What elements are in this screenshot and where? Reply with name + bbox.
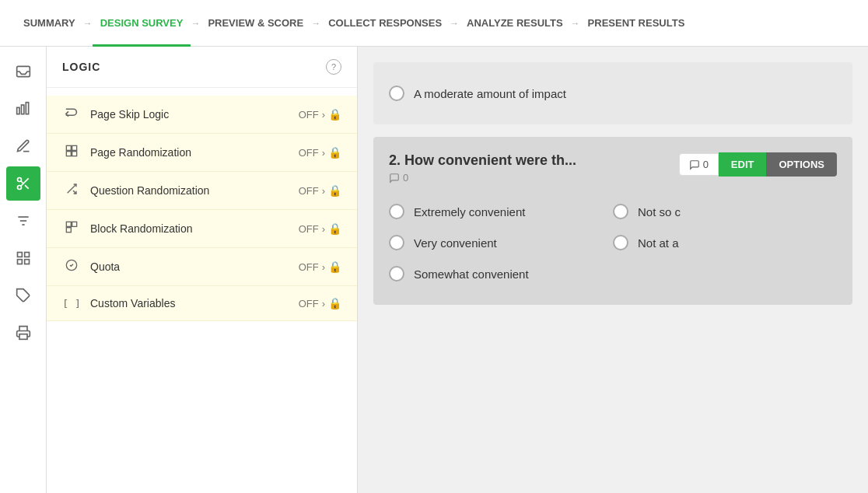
option-not-at: Not at a	[613, 227, 837, 258]
nav-summary[interactable]: SUMMARY	[16, 0, 83, 47]
page-random-icon	[62, 145, 81, 160]
svg-line-7	[25, 185, 29, 189]
radio-not-so[interactable]	[613, 204, 628, 219]
block-random-icon	[62, 221, 81, 236]
somewhat-convenient-text: Somewhat convenient	[414, 267, 529, 281]
nav-present-results[interactable]: PRESENT RESULTS	[580, 0, 693, 47]
svg-point-5	[17, 186, 21, 190]
print-icon[interactable]	[6, 316, 40, 350]
logic-items-list: Page Skip Logic OFF › 🔒 Page Randomizati…	[47, 88, 357, 329]
page-skip-icon	[62, 107, 81, 122]
options-grid: Extremely convenient Very convenient Som…	[389, 196, 837, 289]
filter-icon[interactable]	[6, 204, 40, 238]
custom-vars-lock: 🔒	[328, 297, 341, 309]
svg-rect-24	[66, 222, 71, 226]
logic-item-quota[interactable]: Quota OFF › 🔒	[47, 248, 357, 286]
quota-icon	[62, 259, 81, 274]
page-random-status: OFF › 🔒	[299, 146, 341, 159]
q2-header: 2. How convenient were th... 0	[389, 152, 837, 184]
radio-very[interactable]	[389, 235, 404, 250]
custom-vars-status: OFF › 🔒	[299, 297, 341, 309]
block-random-status: OFF › 🔒	[299, 222, 341, 235]
option-somewhat-convenient: Somewhat convenient	[389, 258, 613, 289]
not-at-text: Not at a	[638, 236, 679, 250]
logic-panel: LOGIC ? Page Skip Logic OFF › 🔒	[47, 47, 358, 493]
icon-bar	[0, 47, 47, 493]
q2-actions: 0 EDIT OPTIONS	[679, 152, 837, 177]
tag-icon[interactable]	[6, 278, 40, 313]
main-layout: LOGIC ? Page Skip Logic OFF › 🔒	[0, 47, 868, 493]
radio-moderate[interactable]	[389, 86, 404, 101]
options-button[interactable]: OPTIONS	[766, 152, 837, 177]
inbox-icon[interactable]	[6, 54, 40, 89]
edit-button[interactable]: EDIT	[719, 152, 767, 177]
options-col-left: Extremely convenient Very convenient Som…	[389, 196, 613, 289]
logic-title: LOGIC	[62, 61, 100, 73]
extremely-convenient-text: Extremely convenient	[414, 205, 525, 219]
radio-extremely[interactable]	[389, 204, 404, 219]
svg-line-8	[20, 181, 23, 184]
svg-rect-15	[24, 260, 29, 264]
page-skip-lock: 🔒	[328, 108, 341, 121]
radio-not-at[interactable]	[613, 235, 628, 250]
nav-analyze-results[interactable]: ANALYZE RESULTS	[459, 0, 571, 47]
svg-point-4	[17, 178, 21, 182]
nav-arrow-2: →	[191, 18, 200, 29]
content-area: A moderate amount of impact 2. How conve…	[358, 47, 868, 493]
options-col-right: Not so c Not at a	[613, 196, 837, 289]
radio-somewhat[interactable]	[389, 266, 404, 281]
nav-design-survey[interactable]: DESIGN SURVEY	[93, 0, 191, 47]
pen-icon[interactable]	[6, 129, 40, 163]
svg-rect-25	[72, 222, 77, 226]
top-navigation: SUMMARY → DESIGN SURVEY → PREVIEW & SCOR…	[0, 0, 868, 47]
page-skip-label: Page Skip Logic	[90, 108, 289, 121]
svg-rect-17	[19, 334, 27, 340]
q2-title-area: 2. How convenient were th... 0	[389, 152, 679, 184]
logic-item-page-random[interactable]: Page Randomization OFF › 🔒	[47, 134, 357, 172]
quota-lock: 🔒	[328, 260, 341, 273]
question-random-label: Question Randomization	[90, 184, 289, 197]
logic-item-block-random[interactable]: Block Randomization OFF › 🔒	[47, 210, 357, 248]
grid-icon[interactable]	[6, 241, 40, 275]
block-random-label: Block Randomization	[90, 222, 289, 235]
svg-rect-18	[66, 145, 71, 150]
comment-bubble-button[interactable]: 0	[679, 153, 719, 176]
svg-rect-21	[72, 152, 77, 156]
option-very-convenient: Very convenient	[389, 227, 613, 258]
question-random-icon	[62, 183, 81, 198]
not-so-text: Not so c	[638, 205, 681, 219]
moderate-impact-text: A moderate amount of impact	[414, 87, 566, 100]
question-card-1: A moderate amount of impact	[373, 62, 852, 124]
q2-title: 2. How convenient were th...	[389, 152, 679, 169]
question-random-lock: 🔒	[328, 184, 341, 197]
chart-icon[interactable]	[6, 92, 40, 126]
svg-rect-3	[26, 103, 28, 114]
nav-arrow-1: →	[83, 18, 93, 29]
svg-rect-26	[66, 228, 71, 233]
question-card-2: 2. How convenient were th... 0	[373, 137, 852, 305]
logic-item-page-skip[interactable]: Page Skip Logic OFF › 🔒	[47, 96, 357, 134]
svg-rect-20	[66, 152, 71, 156]
page-skip-status: OFF › 🔒	[299, 108, 341, 121]
option-moderate-impact: A moderate amount of impact	[389, 78, 837, 109]
svg-rect-12	[17, 253, 22, 257]
svg-rect-2	[21, 105, 23, 114]
very-convenient-text: Very convenient	[414, 236, 497, 250]
logic-item-custom-vars[interactable]: [ ] Custom Variables OFF › 🔒	[47, 286, 357, 321]
logic-scissors-icon[interactable]	[6, 166, 40, 201]
q2-comments: 0	[389, 172, 679, 184]
nav-collect-responses[interactable]: COLLECT RESPONSES	[320, 0, 450, 47]
logic-item-question-random[interactable]: Question Randomization OFF › 🔒	[47, 172, 357, 210]
custom-vars-label: Custom Variables	[90, 297, 289, 309]
svg-rect-1	[16, 107, 19, 114]
nav-preview-score[interactable]: PREVIEW & SCORE	[200, 0, 311, 47]
block-random-lock: 🔒	[328, 222, 341, 235]
option-extremely-convenient: Extremely convenient	[389, 196, 613, 227]
custom-vars-icon: [ ]	[62, 298, 81, 309]
nav-arrow-5: →	[571, 18, 580, 29]
page-random-lock: 🔒	[328, 146, 341, 159]
nav-arrow-4: →	[450, 18, 459, 29]
quota-status: OFF › 🔒	[299, 260, 341, 273]
nav-arrow-3: →	[311, 18, 320, 29]
help-icon[interactable]: ?	[326, 59, 341, 75]
